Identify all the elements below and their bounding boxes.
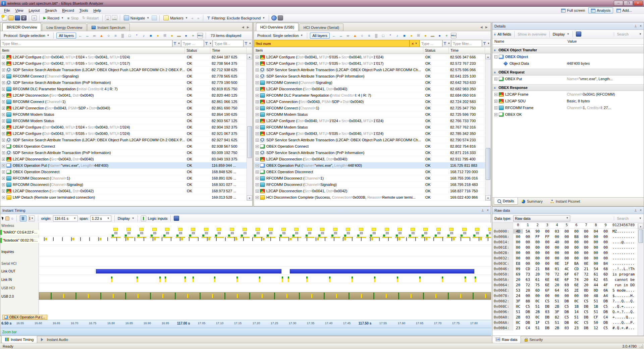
radio-icon[interactable]: ■ [401, 33, 407, 38]
link-in-tick[interactable] [374, 277, 375, 282]
tab-instant-piconet[interactable]: Instant Piconet [546, 198, 584, 205]
hex-byte[interactable]: 24 [513, 294, 523, 298]
hex-byte[interactable]: C5 [562, 304, 572, 309]
column-name[interactable]: Name [492, 39, 566, 44]
packet-group[interactable] [292, 228, 302, 238]
event-row[interactable]: +L2CAP Configure (Dst=0x0040, MTU=1'024 … [0, 124, 247, 131]
hex-byte[interactable]: 68 [601, 267, 610, 271]
event-row[interactable]: +L2CAP Disconnection (Src=0x0041, Dst=0x… [254, 188, 485, 194]
packet-group[interactable] [176, 228, 186, 238]
response-tick[interactable] [307, 237, 307, 241]
hex-byte[interactable]: 1F [562, 261, 572, 266]
filter-input[interactable]: Type filt... [213, 40, 244, 47]
pin-icon[interactable]: ⊥ [634, 208, 637, 212]
raw-scrollbar[interactable]: ▲ [638, 223, 643, 335]
logic-inputs-label[interactable]: Logic inputs [148, 216, 168, 220]
burst-icon[interactable]: * [387, 33, 393, 38]
response-tick[interactable] [406, 237, 407, 241]
response-tick[interactable] [370, 237, 371, 241]
packet-group[interactable] [266, 228, 276, 238]
display-button[interactable]: Display [553, 32, 565, 36]
event-row[interactable]: +SDP Service Search Attribute Transactio… [0, 67, 247, 73]
event-row[interactable]: +RFCOMM Disconnect (Channel=Signaling)OK… [0, 182, 247, 188]
tab-hci-overview-serial-[interactable]: HCI Overview (Serial) [299, 23, 343, 31]
zoom-icon[interactable]: ○ [359, 33, 365, 38]
event-row[interactable]: +L2CAP Disconnection (Src=0x0041, Dst=0x… [254, 86, 485, 92]
response-tick[interactable] [162, 237, 162, 241]
burst-icon[interactable]: * [134, 33, 140, 38]
response-tick[interactable] [153, 237, 153, 241]
hex-byte[interactable]: 51 [552, 320, 562, 325]
expand-icon[interactable]: + [256, 126, 259, 129]
expand-icon[interactable]: + [2, 164, 5, 167]
filtering-button[interactable]: Filtering: Exclude Background ▼ [206, 15, 266, 21]
bell-icon[interactable]: ● [409, 33, 414, 38]
response-tick[interactable] [343, 237, 343, 241]
response-tick[interactable] [415, 237, 416, 241]
hex-byte[interactable]: 2E [572, 288, 581, 293]
marker-set-icon[interactable]: →set [105, 15, 111, 21]
packet-group[interactable] [202, 228, 212, 238]
response-tick[interactable] [62, 237, 63, 241]
hex-byte[interactable]: 6D [533, 288, 542, 293]
save-layout-icon[interactable] [576, 32, 581, 37]
expand-icon[interactable]: + [2, 75, 5, 78]
hex-byte[interactable]: DB [601, 320, 610, 325]
packet-group[interactable] [111, 228, 121, 238]
event-row[interactable]: +RFCOMM Modem StatusOK82.725 596 700 [254, 111, 485, 118]
response-tick[interactable] [316, 237, 316, 241]
hex-byte[interactable]: 00 [533, 294, 542, 298]
hex-byte[interactable]: 21 [533, 267, 542, 271]
expand-icon[interactable]: + [2, 183, 5, 186]
hex-row[interactable]: 0x0078:240000000000000048A4$.......H. [492, 293, 644, 298]
details-search-input[interactable]: Search [617, 32, 629, 36]
event-row[interactable]: +L2CAP Configure (Dst=0x0043, MTU=5'035 … [0, 131, 247, 137]
hex-byte[interactable]: 00 [542, 261, 552, 266]
hex-byte[interactable]: 20 [513, 283, 523, 287]
response-tick[interactable] [479, 237, 479, 241]
close-icon[interactable]: × [640, 208, 642, 212]
event-row[interactable]: +L2CAP Configure (Dst=0x0040, MTU=1'024 … [0, 54, 247, 60]
expand-icon[interactable]: + [256, 177, 259, 180]
tab-security[interactable]: Security [521, 336, 546, 343]
collapse-icon[interactable]: « [493, 87, 497, 88]
event-row[interactable]: +RFCOMM Modem StatusOK82.767 762 316 [254, 124, 485, 131]
response-tick[interactable] [171, 237, 171, 241]
hex-byte[interactable]: 2B [552, 304, 562, 309]
expand-icon[interactable]: + [2, 81, 5, 84]
packet-group[interactable] [408, 228, 418, 238]
response-tick[interactable] [216, 237, 217, 241]
coin-icon[interactable]: ● [169, 33, 175, 38]
details-row[interactable]: +RFCOMM FrameChannel=1, Credits=I: 27... [492, 104, 644, 111]
response-tick[interactable] [107, 237, 108, 241]
hex-byte[interactable]: 00 [513, 240, 523, 244]
response-tick[interactable] [325, 237, 325, 241]
menu-record[interactable]: Record [59, 7, 76, 13]
hex-byte[interactable]: 4C [562, 267, 572, 271]
event-row[interactable]: +SDP Service Search Attribute Transactio… [0, 137, 247, 143]
collapse-icon[interactable]: « [493, 49, 497, 51]
hex-byte[interactable]: 00 [591, 251, 601, 255]
hex-byte[interactable]: 20 [513, 278, 523, 282]
hex-byte[interactable]: 53 [513, 288, 523, 293]
hex-byte[interactable]: 3F [552, 310, 562, 314]
response-tick[interactable] [279, 237, 280, 241]
columns-view-toggle[interactable] [20, 215, 26, 221]
packet-group[interactable] [434, 228, 444, 238]
timing-display-button[interactable]: Display [118, 216, 130, 220]
analysis-button[interactable]: Analysis [588, 7, 613, 13]
all-layers-button[interactable]: All layers [310, 33, 330, 39]
packet-group[interactable] [227, 228, 237, 238]
response-tick[interactable] [243, 237, 244, 241]
hex-byte[interactable]: 00 [542, 245, 552, 250]
packet-group[interactable] [137, 228, 147, 238]
hex-byte[interactable]: 00 [533, 245, 542, 250]
coin-icon[interactable]: ● [423, 33, 428, 38]
link-in-tick[interactable] [111, 277, 112, 282]
filter-funnel-button[interactable]: ▼ [204, 40, 213, 47]
hex-byte[interactable]: 61 [533, 278, 542, 282]
hex-byte[interactable]: 20 [523, 288, 533, 293]
link-out-bar[interactable] [290, 269, 474, 273]
hex-byte[interactable]: 51 [572, 315, 581, 319]
scroll-up-arrow[interactable]: ▲ [247, 54, 252, 59]
